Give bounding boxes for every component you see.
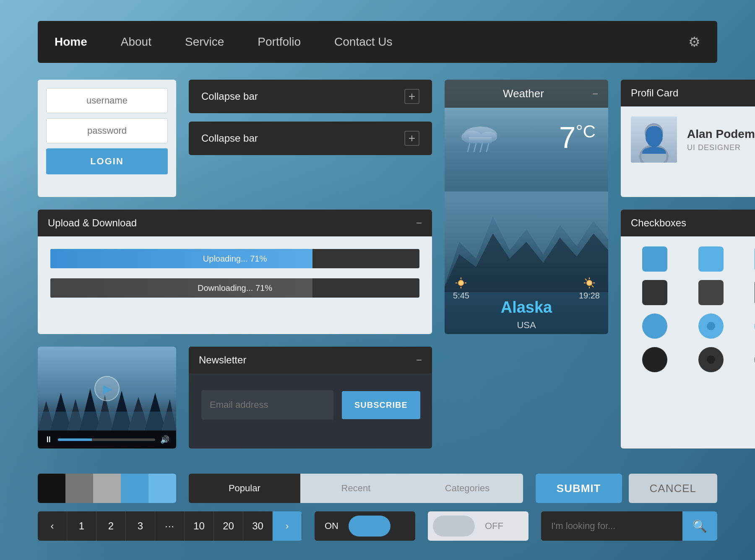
collapse-bar-2[interactable]: Collapse bar + [189, 122, 432, 155]
volume-button[interactable]: 🔊 [160, 435, 169, 444]
svg-line-3 [487, 143, 489, 152]
pagination-1[interactable]: 1 [67, 511, 96, 541]
weather-times: 5:45 19:28 [453, 277, 600, 301]
download-label: Downloading... 71% [198, 283, 272, 293]
toggle-off-widget: OFF [428, 511, 528, 541]
nav-portfolio[interactable]: Portfolio [258, 32, 301, 52]
nav-about[interactable]: About [121, 32, 151, 52]
upload-minimize[interactable]: − [416, 217, 422, 229]
submit-button[interactable]: SUBMIT [536, 474, 622, 503]
svg-line-2 [480, 143, 482, 152]
weather-minimize[interactable]: − [592, 88, 598, 100]
subscribe-button[interactable]: SUBSCRIBE [342, 391, 420, 419]
email-input[interactable] [201, 390, 333, 420]
weather-country: USA [445, 320, 608, 334]
download-bar-wrapper: Downloading... 71% [50, 278, 419, 298]
toggle-off-switch[interactable] [433, 516, 475, 537]
svg-line-0 [468, 143, 470, 152]
profile-card: Profil Card − [621, 80, 755, 197]
pagination-20[interactable]: 20 [214, 511, 243, 541]
svg-point-24 [645, 123, 663, 142]
svg-line-21 [585, 279, 587, 280]
newsletter-minimize[interactable]: − [416, 354, 422, 366]
checkboxes-widget: Checkboxes − ✓ ✓ [621, 210, 755, 449]
radio-dark-1[interactable] [642, 347, 667, 372]
video-progress-bar[interactable] [58, 438, 155, 441]
svg-point-11 [458, 280, 463, 285]
svg-rect-38 [38, 412, 176, 430]
nav-contact[interactable]: Contact Us [334, 32, 393, 52]
checkbox-dark-empty-1[interactable] [642, 280, 667, 305]
weather-widget: Weather − [445, 80, 608, 334]
tabs-widget: Popular Recent Categories [189, 474, 523, 503]
profile-card-header: Profil Card − [621, 80, 755, 106]
profile-role: UI DESIGNER [687, 143, 755, 152]
svg-point-16 [587, 280, 592, 285]
radio-blue-2[interactable] [698, 314, 724, 339]
search-widget: 🔍 [541, 511, 717, 541]
checkboxes-header: Checkboxes − [621, 210, 755, 236]
upload-fill [50, 249, 312, 268]
upload-header: Upload & Download − [38, 210, 432, 236]
checkboxes-body: ✓ ✓ [621, 236, 755, 382]
navbar: Home About Service Portfolio Contact Us … [38, 21, 717, 63]
weather-content: 7°C [445, 108, 608, 334]
tab-popular[interactable]: Popular [189, 474, 300, 503]
pagination-2[interactable]: 2 [96, 511, 126, 541]
pagination: ‹ 1 2 3 ··· 10 20 30 › [38, 511, 302, 541]
nav-service[interactable]: Service [185, 32, 224, 52]
video-controls: ⏸ 🔊 [38, 430, 176, 449]
newsletter-header: Newsletter − [189, 347, 432, 373]
pagination-10[interactable]: 10 [185, 511, 214, 541]
collapse-bar-1-label: Collapse bar [201, 91, 258, 102]
weather-header: Weather − [445, 80, 608, 108]
swatch-gray [65, 474, 93, 503]
collapse-plus-2[interactable]: + [404, 131, 419, 146]
upload-bar-wrapper: Uploading... 71% [50, 249, 419, 268]
nav-home[interactable]: Home [55, 32, 87, 52]
gear-icon[interactable]: ⚙ [688, 34, 700, 50]
collapse-bar-2-label: Collapse bar [201, 132, 258, 144]
checkbox-blue-empty-1[interactable] [642, 246, 667, 272]
newsletter-body: SUBSCRIBE [189, 373, 432, 436]
password-input[interactable] [46, 118, 168, 143]
upload-label: Uploading... 71% [203, 254, 267, 263]
avatar [631, 117, 677, 163]
tab-categories[interactable]: Categories [411, 474, 523, 503]
pause-button[interactable]: ⏸ [44, 435, 53, 444]
checkbox-dark-empty-2[interactable] [698, 280, 724, 305]
login-widget: LOGIN [38, 80, 176, 197]
cancel-button[interactable]: CANCEL [629, 474, 717, 503]
pagination-prev[interactable]: ‹ [38, 511, 67, 541]
action-buttons: SUBMIT CANCEL [536, 474, 717, 503]
newsletter-title: Newsletter [199, 354, 246, 366]
pagination-next[interactable]: › [273, 511, 302, 541]
pagination-3[interactable]: 3 [126, 511, 155, 541]
collapse-plus-1[interactable]: + [404, 89, 419, 104]
username-input[interactable] [46, 88, 168, 113]
pagination-30[interactable]: 30 [243, 511, 273, 541]
swatch-light-blue [148, 474, 176, 503]
download-fill [50, 278, 312, 298]
newsletter-widget: Newsletter − SUBSCRIBE [189, 347, 432, 449]
svg-point-27 [641, 147, 666, 163]
checkbox-blue-empty-2[interactable] [698, 246, 724, 272]
tab-recent[interactable]: Recent [300, 474, 412, 503]
radio-dark-2[interactable] [698, 347, 724, 372]
search-button[interactable]: 🔍 [682, 511, 717, 541]
checkboxes-title: Checkboxes [631, 217, 686, 229]
profile-name: Alan Podemski [687, 127, 755, 141]
radio-blue-1[interactable] [642, 314, 667, 339]
play-button[interactable]: ▶ [94, 376, 120, 401]
toggle-off-label: OFF [480, 521, 508, 531]
collapse-bar-1[interactable]: Collapse bar + [189, 80, 432, 113]
collapse-section: Collapse bar + Collapse bar + [189, 80, 432, 197]
search-input[interactable] [541, 511, 682, 541]
weather-title: Weather [503, 87, 544, 100]
login-button[interactable]: LOGIN [46, 148, 168, 174]
avatar-image [631, 117, 677, 163]
content-grid: LOGIN Collapse bar + Collapse bar + Weat… [38, 80, 717, 461]
pagination-dots: ··· [155, 511, 185, 541]
toggle-on-widget: ON [315, 511, 415, 541]
toggle-on-switch[interactable] [349, 516, 391, 537]
